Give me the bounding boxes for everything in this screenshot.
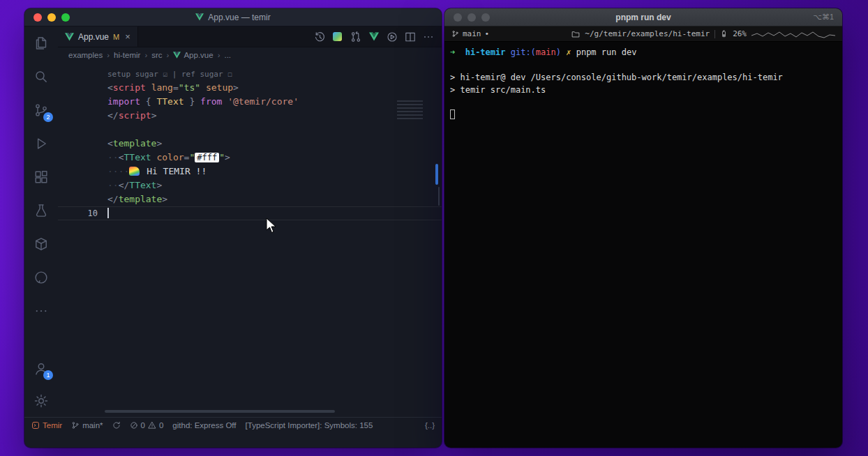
terminal-line[interactable] bbox=[450, 59, 837, 71]
terminal-window[interactable]: pnpm run dev ⌥⌘1 main • ~/g/temir/exampl… bbox=[444, 8, 842, 448]
text-cursor bbox=[107, 208, 109, 218]
vue-icon bbox=[173, 52, 181, 59]
token: ·· bbox=[107, 152, 119, 162]
code-line[interactable]: </script> bbox=[58, 109, 442, 123]
code-line[interactable]: </template> bbox=[58, 192, 442, 206]
token: import bbox=[107, 96, 140, 107]
code-line[interactable] bbox=[58, 123, 442, 137]
settings-gear-icon[interactable] bbox=[24, 385, 58, 417]
timeline-icon[interactable] bbox=[311, 29, 327, 45]
line-number bbox=[58, 95, 107, 109]
status-sync[interactable] bbox=[112, 421, 121, 430]
terminal-line[interactable]: > hi-temir@ dev /Users/console/github-wo… bbox=[450, 71, 837, 84]
status-branch[interactable]: main* bbox=[71, 421, 103, 430]
close-window-button[interactable] bbox=[33, 13, 42, 22]
breadcrumb-item[interactable]: src bbox=[151, 51, 162, 59]
token: TText bbox=[124, 152, 151, 162]
code-lines: setup sugar ☑ | ref sugar ☐<script lang=… bbox=[58, 68, 442, 220]
tab-app-vue[interactable]: App.vue M × bbox=[58, 26, 138, 47]
source-control-icon[interactable]: 2 bbox=[24, 93, 58, 127]
minimize-window-button[interactable] bbox=[47, 13, 56, 22]
close-tab-icon[interactable]: × bbox=[125, 31, 130, 42]
horizontal-scrollbar[interactable] bbox=[105, 410, 335, 413]
search-icon[interactable] bbox=[24, 60, 58, 93]
terminal-line[interactable]: ➜ hi-temir git:(main) ✗ pnpm run dev bbox=[450, 46, 837, 59]
token: setup sugar bbox=[107, 70, 163, 79]
extensions-icon[interactable] bbox=[24, 160, 58, 194]
token: pnpm run dev bbox=[571, 47, 636, 57]
testing-icon[interactable] bbox=[24, 194, 58, 227]
battery-icon bbox=[720, 30, 728, 38]
more-actions-icon[interactable] bbox=[420, 29, 436, 45]
git-branch-icon bbox=[451, 30, 459, 38]
token: > bbox=[156, 180, 162, 190]
code-line[interactable]: import { TText } from '@temir/core' bbox=[58, 95, 442, 109]
line-number bbox=[58, 109, 107, 123]
terminal-line[interactable]: > temir src/main.ts bbox=[450, 84, 837, 96]
split-editor-icon[interactable] bbox=[402, 29, 418, 45]
code-editor[interactable]: setup sugar ☑ | ref sugar ☐<script lang=… bbox=[58, 63, 442, 417]
code-line[interactable]: ···· Hi TEMIR !! bbox=[58, 165, 442, 178]
zoom-window-button[interactable] bbox=[61, 13, 70, 22]
status-githd[interactable]: githd: Express Off bbox=[172, 421, 236, 430]
terminal-line[interactable] bbox=[450, 96, 837, 109]
run-and-debug-icon[interactable] bbox=[24, 127, 58, 160]
line-number bbox=[58, 137, 107, 151]
accounts-icon[interactable]: 1 bbox=[24, 353, 58, 385]
token: > bbox=[162, 194, 167, 204]
minimize-window-button[interactable] bbox=[467, 13, 476, 22]
token: > bbox=[233, 82, 239, 93]
line-number bbox=[58, 68, 107, 81]
status-ts-importer[interactable]: [TypeScript Importer]: Symbols: 155 bbox=[246, 421, 373, 430]
vertical-scrollbar-handle[interactable] bbox=[435, 164, 438, 185]
breadcrumb-item[interactable]: ... bbox=[224, 51, 231, 59]
breadcrumb-item[interactable]: examples bbox=[68, 51, 103, 59]
token: < bbox=[107, 82, 113, 93]
dirty-indicator: • bbox=[485, 29, 490, 38]
token: hi-temir bbox=[465, 47, 506, 57]
status-problems[interactable]: 0 0 bbox=[130, 421, 164, 430]
vue-devtools-icon[interactable] bbox=[366, 29, 382, 45]
sparkline bbox=[751, 29, 835, 39]
code-line[interactable]: 10 bbox=[58, 206, 442, 220]
codelens-line[interactable]: setup sugar ☑ | ref sugar ☐ bbox=[58, 68, 442, 81]
run-file-icon[interactable] bbox=[384, 29, 400, 45]
vscode-window[interactable]: App.vue — temir 2 bbox=[24, 8, 442, 448]
zoom-window-button[interactable] bbox=[481, 13, 490, 22]
token: ☐ bbox=[227, 70, 232, 79]
token bbox=[200, 82, 206, 93]
breadcrumb-item-file[interactable]: App.vue bbox=[173, 51, 213, 59]
warning-icon bbox=[148, 421, 156, 430]
vscode-titlebar[interactable]: App.vue — temir bbox=[24, 8, 442, 26]
more-views-icon[interactable] bbox=[24, 294, 58, 328]
token: </ bbox=[107, 194, 119, 204]
status-braces[interactable]: {..} bbox=[425, 421, 435, 430]
mouse-cursor bbox=[266, 218, 278, 234]
battery-percent: 26% bbox=[733, 29, 747, 38]
code-line[interactable]: <template> bbox=[58, 137, 442, 151]
code-line[interactable]: ··<TText color="#fff"> bbox=[58, 151, 442, 165]
scm-badge: 2 bbox=[43, 112, 53, 122]
token: < bbox=[107, 138, 113, 149]
pull-request-icon[interactable] bbox=[347, 29, 364, 45]
github-icon[interactable] bbox=[24, 261, 58, 294]
breadcrumb: examples › hi-temir › src › App.vue › ..… bbox=[58, 47, 442, 63]
token: Hi TEMIR !! bbox=[141, 166, 207, 176]
package-icon[interactable] bbox=[24, 227, 58, 261]
breadcrumb-file-label: App.vue bbox=[184, 51, 213, 59]
breadcrumb-item[interactable]: hi-temir bbox=[114, 51, 140, 59]
changes-gradient-icon[interactable] bbox=[329, 29, 345, 45]
divider bbox=[714, 30, 715, 38]
token: ☑ bbox=[163, 70, 172, 79]
minimap[interactable] bbox=[397, 100, 433, 120]
status-temir[interactable]: Temir bbox=[31, 421, 62, 430]
line-number bbox=[58, 151, 107, 165]
close-window-button[interactable] bbox=[454, 13, 462, 22]
terminal-output[interactable]: ➜ hi-temir git:(main) ✗ pnpm run dev> hi… bbox=[444, 42, 842, 126]
folder-icon bbox=[571, 30, 580, 38]
terminal-titlebar[interactable]: pnpm run dev ⌥⌘1 bbox=[444, 8, 842, 26]
code-line[interactable]: <script lang="ts" setup> bbox=[58, 81, 442, 95]
explorer-icon[interactable] bbox=[24, 26, 58, 60]
code-line[interactable]: ··</TText> bbox=[58, 178, 442, 192]
terminal-line[interactable] bbox=[450, 109, 837, 121]
